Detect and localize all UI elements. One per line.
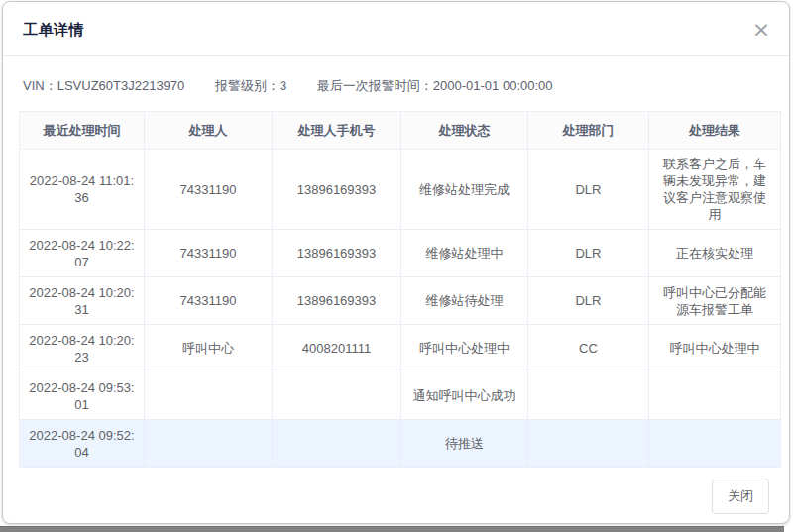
column-header-time: 最近处理时间 (20, 112, 145, 150)
cell-dept: DLR (528, 230, 649, 277)
vin-label: VIN： (23, 78, 57, 93)
cell-phone (273, 372, 401, 420)
cell-dept: CC (528, 325, 649, 372)
alarm-level-value: 3 (280, 78, 286, 93)
dialog-header: 工单详情 × (3, 2, 789, 56)
cell-dept (528, 420, 649, 468)
cell-handler: 74331190 (145, 277, 273, 325)
cell-status: 呼叫中心处理中 (401, 325, 528, 372)
last-alarm-time-field: 最后一次报警时间：2000-01-01 00:00:00 (317, 78, 553, 93)
cell-status: 维修站处理完成 (401, 150, 528, 230)
column-header-status: 处理状态 (401, 112, 528, 150)
work-order-detail-dialog: 工单详情 × VIN：LSVUZ60T3J2213970 报警级别：3 最后一次… (2, 1, 790, 524)
column-header-dept: 处理部门 (528, 112, 649, 150)
vin-value: LSVUZ60T3J2213970 (57, 78, 185, 93)
cell-result: 正在核实处理 (649, 230, 781, 277)
table-row: 2022-08-24 10:22:07 74331190 13896169393… (20, 230, 781, 277)
cell-result: 呼叫中心已分配能源车报警工单 (649, 277, 781, 325)
vin-field: VIN：LSVUZ60T3J2213970 (23, 78, 184, 93)
table-row: 2022-08-24 09:53:01 通知呼叫中心成功 (20, 372, 781, 420)
cell-result (649, 420, 781, 468)
cell-phone: 13896169393 (273, 277, 401, 325)
table-header-row: 最近处理时间 处理人 处理人手机号 处理状态 处理部门 处理结果 (20, 112, 781, 150)
table-row: 2022-08-24 10:20:31 74331190 13896169393… (20, 277, 781, 325)
cell-time: 2022-08-24 10:20:23 (20, 325, 145, 372)
cell-time: 2022-08-24 09:52:04 (20, 420, 145, 468)
alarm-level-label: 报警级别： (215, 78, 280, 93)
cell-phone: 13896169393 (273, 150, 401, 230)
table-row: 2022-08-24 10:20:23 呼叫中心 4008201111 呼叫中心… (20, 325, 781, 372)
column-header-result: 处理结果 (649, 112, 781, 150)
last-alarm-time-label: 最后一次报警时间： (317, 78, 433, 93)
cell-time: 2022-08-24 11:01:36 (20, 150, 145, 230)
column-header-phone: 处理人手机号 (273, 112, 401, 150)
table-row-highlighted: 2022-08-24 09:52:04 待推送 (20, 420, 781, 468)
cell-handler (145, 420, 273, 468)
cell-result: 联系客户之后，车辆未发现异常，建议客户注意观察使用 (649, 150, 781, 230)
cell-result: 呼叫中心处理中 (649, 325, 781, 372)
cell-dept: DLR (528, 150, 649, 230)
alarm-level-field: 报警级别：3 (215, 78, 286, 93)
column-header-handler: 处理人 (145, 112, 273, 150)
table-row: 2022-08-24 11:01:36 74331190 13896169393… (20, 150, 781, 230)
cell-phone (273, 420, 401, 468)
cell-phone: 4008201111 (273, 325, 401, 372)
cell-handler: 74331190 (145, 230, 273, 277)
cell-handler: 呼叫中心 (145, 325, 273, 372)
cell-time: 2022-08-24 10:20:31 (20, 277, 145, 325)
close-icon[interactable]: × (747, 16, 775, 44)
cell-dept: DLR (528, 277, 649, 325)
dialog-footer: 关闭 (712, 479, 769, 514)
cell-time: 2022-08-24 10:22:07 (20, 230, 145, 277)
close-button[interactable]: 关闭 (712, 479, 769, 514)
cell-handler: 74331190 (145, 150, 273, 230)
cell-phone: 13896169393 (273, 230, 401, 277)
alarm-info-line: VIN：LSVUZ60T3J2213970 报警级别：3 最后一次报警时间：20… (3, 56, 789, 95)
cell-dept (528, 372, 649, 420)
dialog-title: 工单详情 (23, 21, 84, 38)
horizontal-scrollbar[interactable] (0, 526, 784, 532)
cell-handler (145, 372, 273, 420)
cell-status: 维修站待处理 (401, 277, 528, 325)
cell-status: 通知呼叫中心成功 (401, 372, 528, 420)
cell-result (649, 372, 781, 420)
cell-status: 待推送 (401, 420, 528, 468)
cell-time: 2022-08-24 09:53:01 (20, 372, 145, 420)
cell-status: 维修站处理中 (401, 230, 528, 277)
processing-history-table: 最近处理时间 处理人 处理人手机号 处理状态 处理部门 处理结果 2022-08… (19, 111, 781, 468)
last-alarm-time-value: 2000-01-01 00:00:00 (433, 78, 553, 93)
